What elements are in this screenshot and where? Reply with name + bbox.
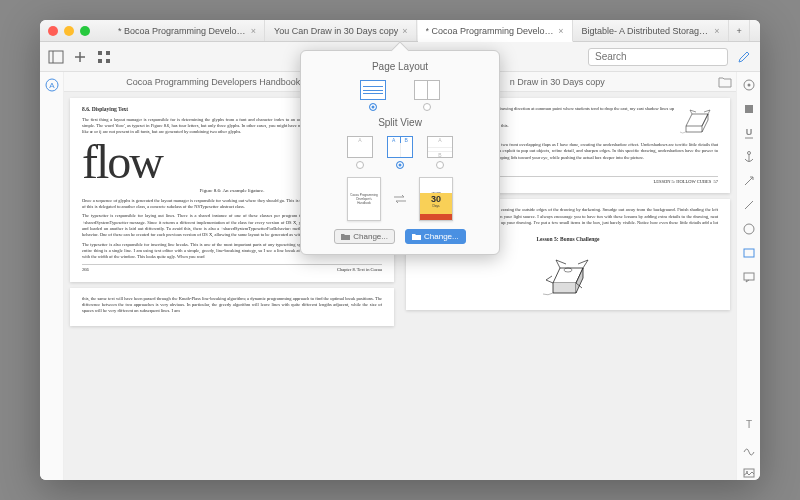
sidebar-toggle-button[interactable] bbox=[48, 49, 64, 65]
left-sidebar-strip: A bbox=[40, 72, 64, 480]
svg-rect-24 bbox=[744, 249, 754, 257]
folder-icon[interactable] bbox=[718, 75, 732, 89]
split-horizontal-option[interactable]: AB bbox=[387, 136, 413, 169]
folder-icon bbox=[412, 233, 421, 240]
change-right-button[interactable]: Change... bbox=[405, 229, 466, 244]
radio-icon bbox=[436, 161, 444, 169]
svg-point-23 bbox=[744, 224, 754, 234]
grid-view-button[interactable] bbox=[96, 49, 112, 65]
folder-icon bbox=[341, 233, 350, 240]
search-input[interactable] bbox=[588, 48, 728, 66]
arrow-icon[interactable] bbox=[742, 174, 756, 188]
box-sketch-icon bbox=[678, 106, 718, 136]
page-left-2: this, the same text will have been passe… bbox=[70, 288, 394, 326]
svg-rect-4 bbox=[98, 51, 102, 55]
circle-icon[interactable] bbox=[742, 222, 756, 236]
radio-selected-icon bbox=[396, 161, 404, 169]
svg-text:T: T bbox=[745, 419, 751, 430]
split-none-option[interactable]: A bbox=[347, 136, 373, 169]
page-number: 57 bbox=[714, 179, 719, 184]
radio-icon bbox=[356, 161, 364, 169]
right-doc-thumbnail[interactable]: You Can 30 Days bbox=[419, 177, 453, 221]
anchor-icon[interactable] bbox=[742, 150, 756, 164]
text-tool-icon[interactable]: T bbox=[742, 418, 756, 432]
svg-rect-25 bbox=[744, 273, 754, 280]
radio-selected-icon bbox=[369, 103, 377, 111]
svg-point-16 bbox=[747, 84, 750, 87]
svg-rect-6 bbox=[98, 59, 102, 63]
close-icon[interactable]: × bbox=[558, 26, 563, 36]
close-icon[interactable]: × bbox=[714, 26, 719, 36]
close-icon[interactable]: × bbox=[251, 26, 256, 36]
edit-button[interactable] bbox=[736, 49, 752, 65]
svg-rect-5 bbox=[106, 51, 110, 55]
split-vertical-option[interactable]: AB bbox=[427, 136, 453, 169]
left-doc-thumbnail[interactable]: Cocoa Programming Developer's Handbook bbox=[347, 177, 381, 221]
swap-icon[interactable] bbox=[393, 194, 407, 204]
popover-section-title: Page Layout bbox=[311, 61, 489, 72]
highlight-icon[interactable] bbox=[742, 102, 756, 116]
close-icon[interactable]: × bbox=[402, 26, 407, 36]
signature-icon[interactable] bbox=[742, 442, 756, 456]
layout-popover: Page Layout Split View A AB AB Cocoa Pro… bbox=[300, 50, 500, 255]
tab-1[interactable]: You Can Draw in 30 Days copy× bbox=[266, 20, 417, 41]
svg-rect-7 bbox=[106, 59, 110, 63]
close-window-button[interactable] bbox=[48, 26, 58, 36]
right-sidebar-strip: U T bbox=[736, 72, 760, 480]
double-page-layout-option[interactable] bbox=[414, 80, 440, 111]
tab-3[interactable]: Bigtable- A Distributed Storage…× bbox=[574, 20, 729, 41]
new-tab-button[interactable]: + bbox=[730, 20, 750, 41]
chapter-label: Chapter 8. Text in Cocoa bbox=[337, 267, 382, 273]
svg-line-22 bbox=[745, 201, 753, 209]
radio-icon bbox=[423, 103, 431, 111]
tab-0[interactable]: * Bocoa Programming Develope…× bbox=[110, 20, 265, 41]
svg-rect-17 bbox=[745, 105, 753, 113]
popover-section-title: Split View bbox=[311, 117, 489, 128]
tab-2[interactable]: * Cocoa Programming Develope…× bbox=[418, 20, 573, 42]
page-number: 266 bbox=[82, 267, 89, 273]
minimize-window-button[interactable] bbox=[64, 26, 74, 36]
rectangle-icon[interactable] bbox=[742, 246, 756, 260]
target-icon[interactable] bbox=[742, 78, 756, 92]
annotations-icon[interactable]: A bbox=[45, 78, 59, 92]
line-icon[interactable] bbox=[742, 198, 756, 212]
svg-text:U: U bbox=[745, 127, 752, 137]
svg-rect-0 bbox=[49, 51, 63, 63]
image-icon[interactable] bbox=[742, 466, 756, 480]
svg-text:A: A bbox=[49, 81, 55, 90]
note-icon[interactable] bbox=[742, 270, 756, 284]
change-left-button[interactable]: Change... bbox=[334, 229, 395, 244]
single-page-layout-option[interactable] bbox=[360, 80, 386, 111]
underline-icon[interactable]: U bbox=[742, 126, 756, 140]
open-box-sketch-icon bbox=[538, 248, 598, 298]
add-button[interactable] bbox=[72, 49, 88, 65]
tab-strip: * Bocoa Programming Develope…× You Can D… bbox=[110, 20, 752, 41]
window-titlebar: * Bocoa Programming Develope…× You Can D… bbox=[40, 20, 760, 42]
zoom-window-button[interactable] bbox=[80, 26, 90, 36]
